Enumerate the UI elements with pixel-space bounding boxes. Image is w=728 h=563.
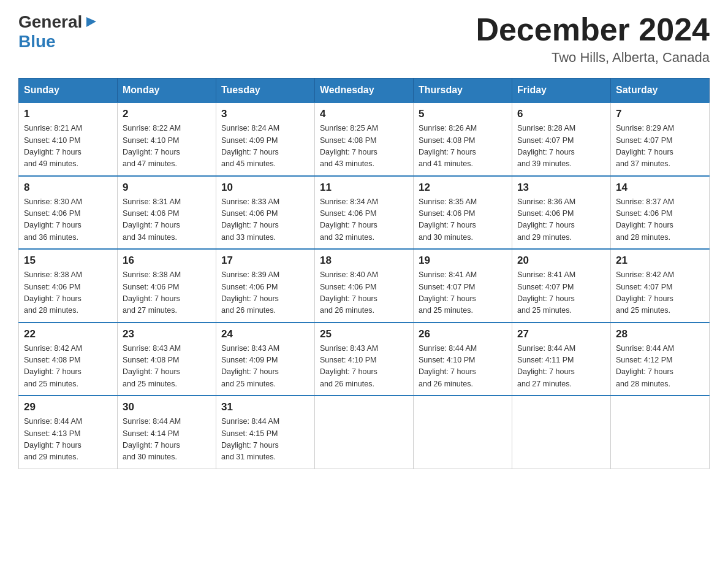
day-info: Sunrise: 8:43 AM Sunset: 4:08 PM Dayligh… <box>123 343 211 391</box>
day-info: Sunrise: 8:24 AM Sunset: 4:09 PM Dayligh… <box>221 123 309 170</box>
col-friday: Friday <box>512 79 611 103</box>
calendar-week-2: 8 Sunrise: 8:30 AM Sunset: 4:06 PM Dayli… <box>19 176 710 250</box>
day-number: 26 <box>419 328 507 340</box>
day-info: Sunrise: 8:30 AM Sunset: 4:06 PM Dayligh… <box>24 196 112 244</box>
calendar-cell: 13 Sunrise: 8:36 AM Sunset: 4:06 PM Dayl… <box>512 176 611 250</box>
day-number: 30 <box>123 401 211 413</box>
calendar-week-5: 29 Sunrise: 8:44 AM Sunset: 4:13 PM Dayl… <box>19 396 710 469</box>
calendar-title: December 2024 <box>476 12 710 47</box>
day-info: Sunrise: 8:44 AM Sunset: 4:11 PM Dayligh… <box>517 343 605 391</box>
day-number: 10 <box>221 182 309 194</box>
calendar-cell <box>512 396 611 469</box>
day-info: Sunrise: 8:37 AM Sunset: 4:06 PM Dayligh… <box>616 196 704 244</box>
calendar-week-4: 22 Sunrise: 8:42 AM Sunset: 4:08 PM Dayl… <box>19 323 710 396</box>
calendar-cell: 26 Sunrise: 8:44 AM Sunset: 4:10 PM Dayl… <box>414 323 512 396</box>
day-number: 28 <box>616 328 704 340</box>
calendar-cell: 21 Sunrise: 8:42 AM Sunset: 4:07 PM Dayl… <box>611 249 710 323</box>
calendar-cell: 9 Sunrise: 8:31 AM Sunset: 4:06 PM Dayli… <box>118 176 216 250</box>
day-info: Sunrise: 8:41 AM Sunset: 4:07 PM Dayligh… <box>517 269 605 317</box>
day-number: 15 <box>24 255 112 267</box>
day-number: 19 <box>419 255 507 267</box>
calendar-cell: 16 Sunrise: 8:38 AM Sunset: 4:06 PM Dayl… <box>118 249 216 323</box>
day-info: Sunrise: 8:36 AM Sunset: 4:06 PM Dayligh… <box>517 196 605 244</box>
day-number: 23 <box>123 328 211 340</box>
day-number: 17 <box>221 255 309 267</box>
calendar-cell: 17 Sunrise: 8:39 AM Sunset: 4:06 PM Dayl… <box>216 249 315 323</box>
day-info: Sunrise: 8:21 AM Sunset: 4:10 PM Dayligh… <box>24 123 112 170</box>
day-number: 21 <box>616 255 704 267</box>
day-info: Sunrise: 8:34 AM Sunset: 4:06 PM Dayligh… <box>320 196 408 244</box>
calendar-cell: 8 Sunrise: 8:30 AM Sunset: 4:06 PM Dayli… <box>19 176 118 250</box>
day-info: Sunrise: 8:25 AM Sunset: 4:08 PM Dayligh… <box>320 123 408 170</box>
day-number: 7 <box>616 108 704 120</box>
calendar-cell: 10 Sunrise: 8:33 AM Sunset: 4:06 PM Dayl… <box>216 176 315 250</box>
day-info: Sunrise: 8:22 AM Sunset: 4:10 PM Dayligh… <box>123 123 211 170</box>
calendar-cell <box>611 396 710 469</box>
calendar-cell: 19 Sunrise: 8:41 AM Sunset: 4:07 PM Dayl… <box>414 249 512 323</box>
calendar-cell <box>414 396 512 469</box>
day-info: Sunrise: 8:44 AM Sunset: 4:12 PM Dayligh… <box>616 343 704 391</box>
day-number: 4 <box>320 108 408 120</box>
day-info: Sunrise: 8:38 AM Sunset: 4:06 PM Dayligh… <box>123 269 211 317</box>
day-number: 8 <box>24 182 112 194</box>
day-info: Sunrise: 8:44 AM Sunset: 4:14 PM Dayligh… <box>123 416 211 464</box>
day-number: 6 <box>517 108 605 120</box>
calendar-cell: 27 Sunrise: 8:44 AM Sunset: 4:11 PM Dayl… <box>512 323 611 396</box>
title-block: December 2024 Two Hills, Alberta, Canada <box>476 12 710 66</box>
day-info: Sunrise: 8:26 AM Sunset: 4:08 PM Dayligh… <box>419 123 507 170</box>
col-saturday: Saturday <box>611 79 710 103</box>
calendar-cell: 7 Sunrise: 8:29 AM Sunset: 4:07 PM Dayli… <box>611 102 710 176</box>
calendar-cell: 31 Sunrise: 8:44 AM Sunset: 4:15 PM Dayl… <box>216 396 315 469</box>
calendar-cell: 12 Sunrise: 8:35 AM Sunset: 4:06 PM Dayl… <box>414 176 512 250</box>
logo-general-text: General <box>18 12 82 32</box>
calendar-cell: 3 Sunrise: 8:24 AM Sunset: 4:09 PM Dayli… <box>216 102 315 176</box>
calendar-cell: 25 Sunrise: 8:43 AM Sunset: 4:10 PM Dayl… <box>315 323 414 396</box>
day-info: Sunrise: 8:28 AM Sunset: 4:07 PM Dayligh… <box>517 123 605 170</box>
day-number: 11 <box>320 182 408 194</box>
calendar-cell: 30 Sunrise: 8:44 AM Sunset: 4:14 PM Dayl… <box>118 396 216 469</box>
day-info: Sunrise: 8:40 AM Sunset: 4:06 PM Dayligh… <box>320 269 408 317</box>
day-info: Sunrise: 8:41 AM Sunset: 4:07 PM Dayligh… <box>419 269 507 317</box>
day-number: 1 <box>24 108 112 120</box>
logo: General Blue <box>18 12 97 52</box>
page-header: General Blue December 2024 Two Hills, Al… <box>18 12 710 66</box>
day-number: 14 <box>616 182 704 194</box>
day-number: 31 <box>221 401 309 413</box>
day-info: Sunrise: 8:31 AM Sunset: 4:06 PM Dayligh… <box>123 196 211 244</box>
calendar-cell: 22 Sunrise: 8:42 AM Sunset: 4:08 PM Dayl… <box>19 323 118 396</box>
calendar-table: Sunday Monday Tuesday Wednesday Thursday… <box>18 78 710 469</box>
calendar-header-row: Sunday Monday Tuesday Wednesday Thursday… <box>19 79 710 103</box>
calendar-cell: 5 Sunrise: 8:26 AM Sunset: 4:08 PM Dayli… <box>414 102 512 176</box>
calendar-cell: 11 Sunrise: 8:34 AM Sunset: 4:06 PM Dayl… <box>315 176 414 250</box>
day-info: Sunrise: 8:42 AM Sunset: 4:07 PM Dayligh… <box>616 269 704 317</box>
calendar-cell: 29 Sunrise: 8:44 AM Sunset: 4:13 PM Dayl… <box>19 396 118 469</box>
day-info: Sunrise: 8:42 AM Sunset: 4:08 PM Dayligh… <box>24 343 112 391</box>
day-number: 12 <box>419 182 507 194</box>
calendar-cell: 1 Sunrise: 8:21 AM Sunset: 4:10 PM Dayli… <box>19 102 118 176</box>
calendar-week-1: 1 Sunrise: 8:21 AM Sunset: 4:10 PM Dayli… <box>19 102 710 176</box>
calendar-cell: 20 Sunrise: 8:41 AM Sunset: 4:07 PM Dayl… <box>512 249 611 323</box>
day-info: Sunrise: 8:43 AM Sunset: 4:10 PM Dayligh… <box>320 343 408 391</box>
calendar-subtitle: Two Hills, Alberta, Canada <box>476 50 710 66</box>
calendar-cell: 28 Sunrise: 8:44 AM Sunset: 4:12 PM Dayl… <box>611 323 710 396</box>
calendar-cell: 15 Sunrise: 8:38 AM Sunset: 4:06 PM Dayl… <box>19 249 118 323</box>
day-info: Sunrise: 8:44 AM Sunset: 4:15 PM Dayligh… <box>221 416 309 464</box>
day-info: Sunrise: 8:44 AM Sunset: 4:10 PM Dayligh… <box>419 343 507 391</box>
day-number: 13 <box>517 182 605 194</box>
svg-marker-0 <box>86 17 96 27</box>
day-number: 29 <box>24 401 112 413</box>
day-number: 3 <box>221 108 309 120</box>
calendar-cell: 18 Sunrise: 8:40 AM Sunset: 4:06 PM Dayl… <box>315 249 414 323</box>
calendar-cell: 4 Sunrise: 8:25 AM Sunset: 4:08 PM Dayli… <box>315 102 414 176</box>
day-info: Sunrise: 8:43 AM Sunset: 4:09 PM Dayligh… <box>221 343 309 391</box>
day-number: 24 <box>221 328 309 340</box>
calendar-week-3: 15 Sunrise: 8:38 AM Sunset: 4:06 PM Dayl… <box>19 249 710 323</box>
col-sunday: Sunday <box>19 79 118 103</box>
calendar-cell: 2 Sunrise: 8:22 AM Sunset: 4:10 PM Dayli… <box>118 102 216 176</box>
day-number: 27 <box>517 328 605 340</box>
calendar-cell: 23 Sunrise: 8:43 AM Sunset: 4:08 PM Dayl… <box>118 323 216 396</box>
logo-blue-text: Blue <box>18 32 56 51</box>
day-number: 20 <box>517 255 605 267</box>
day-info: Sunrise: 8:33 AM Sunset: 4:06 PM Dayligh… <box>221 196 309 244</box>
day-info: Sunrise: 8:29 AM Sunset: 4:07 PM Dayligh… <box>616 123 704 170</box>
